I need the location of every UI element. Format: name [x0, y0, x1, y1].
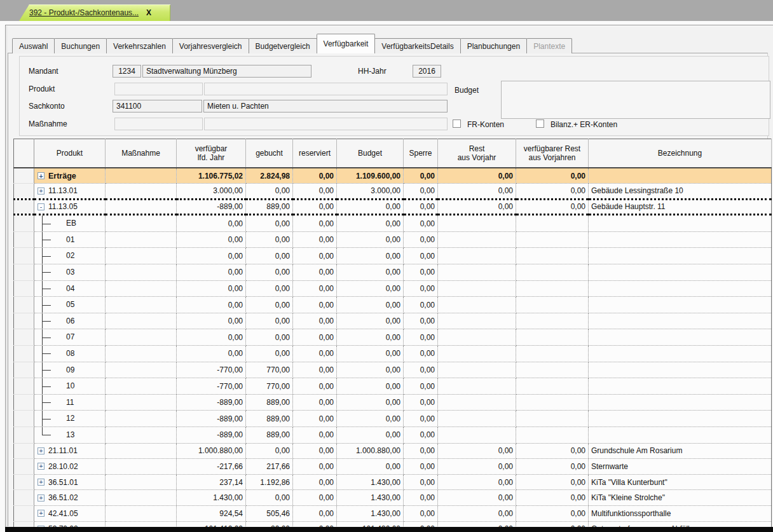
tab-verfügbarkeitsdetails[interactable]: VerfügbarkeitsDetails — [374, 38, 460, 53]
cell-bezeichnung[interactable] — [589, 280, 772, 297]
produkt-cell[interactable]: 07 — [34, 329, 106, 346]
cell-verf_rest[interactable] — [516, 280, 589, 297]
cell-gebucht[interactable]: 217,66 — [246, 459, 293, 475]
cell-gebucht[interactable]: 0,00 — [246, 248, 293, 264]
cell-reserviert[interactable]: 0,00 — [293, 474, 337, 490]
row-selector-cell[interactable] — [14, 297, 34, 313]
cell-massnahme[interactable] — [106, 231, 177, 248]
cell-sperre[interactable]: 0,00 — [404, 248, 438, 264]
cell-gebucht[interactable]: 2.824,98 — [246, 168, 293, 184]
row-selector-cell[interactable] — [14, 490, 34, 506]
cell-budget[interactable]: 1.430,00 — [337, 474, 404, 490]
cell-verf_rest[interactable] — [516, 231, 589, 248]
cell-verf_rest[interactable]: 0,00 — [516, 490, 589, 506]
cell-massnahme[interactable] — [106, 184, 177, 200]
cell-reserviert[interactable]: 0,00 — [293, 329, 337, 346]
expand-icon[interactable]: + — [38, 188, 44, 194]
cell-verfuegbar[interactable]: 237,14 — [177, 474, 246, 490]
expand-icon[interactable]: + — [38, 494, 44, 501]
cell-budget[interactable]: 0,00 — [337, 362, 404, 378]
cell-gebucht[interactable]: 0,00 — [246, 297, 293, 313]
produkt-cell[interactable]: 09 — [34, 362, 106, 378]
cell-rest[interactable]: 0,00 — [438, 474, 516, 490]
budget-field[interactable] — [501, 81, 770, 119]
cell-verf_rest[interactable]: 0,00 — [516, 199, 589, 215]
cell-reserviert[interactable]: 0,00 — [293, 199, 337, 215]
cell-sperre[interactable]: 0,00 — [404, 378, 438, 395]
cell-gebucht[interactable]: 0,00 — [246, 313, 293, 329]
cell-verf_rest[interactable] — [516, 411, 589, 427]
cell-verfuegbar[interactable]: -770,00 — [177, 378, 246, 395]
cell-budget[interactable]: 0,00 — [337, 280, 404, 297]
expand-icon[interactable]: + — [38, 447, 44, 454]
cell-rest[interactable] — [438, 280, 516, 297]
cell-reserviert[interactable]: 0,00 — [293, 231, 337, 248]
cell-bezeichnung[interactable]: KiTa "Kleine Strolche" — [589, 490, 772, 506]
tab-auswahl[interactable]: Auswahl — [12, 38, 55, 53]
cell-verf_rest[interactable]: 0,00 — [516, 459, 589, 475]
cell-gebucht[interactable]: 0,00 — [246, 443, 293, 459]
cell-sperre[interactable]: 0,00 — [404, 427, 438, 444]
cell-verf_rest[interactable]: 0,00 — [516, 443, 589, 459]
produkt-cell[interactable]: +36.51.01 — [34, 474, 106, 490]
cell-rest[interactable]: 0,00 — [438, 184, 516, 200]
cell-sperre[interactable]: 0,00 — [404, 264, 438, 281]
produkt-cell[interactable]: 02 — [34, 248, 106, 264]
massnahme-name-field[interactable] — [204, 118, 448, 130]
produkt-name-field[interactable] — [204, 83, 448, 95]
cell-massnahme[interactable] — [106, 443, 177, 459]
cell-reserviert[interactable]: 0,00 — [293, 427, 337, 444]
expand-icon[interactable]: + — [38, 463, 44, 470]
row-selector-cell[interactable] — [14, 411, 34, 427]
cell-bezeichnung[interactable] — [589, 378, 772, 395]
column-header-rest[interactable]: Rest aus Vorjahr — [438, 139, 516, 168]
cell-reserviert[interactable]: 0,00 — [293, 490, 337, 506]
cell-gebucht[interactable]: 0,00 — [246, 329, 293, 346]
cell-budget[interactable]: 0,00 — [337, 346, 404, 362]
cell-reserviert[interactable]: 0,00 — [293, 184, 337, 200]
cell-reserviert[interactable]: 0,00 — [293, 378, 337, 395]
column-header-budget[interactable]: Budget — [337, 139, 404, 168]
column-header-verfuegbar[interactable]: verfügbar lfd. Jahr — [177, 139, 246, 168]
cell-budget[interactable]: 1.000.880,00 — [337, 443, 404, 459]
cell-massnahme[interactable] — [106, 411, 177, 427]
cell-verfuegbar[interactable]: 0,00 — [177, 248, 246, 264]
tab-budgetvergleich[interactable]: Budgetvergleich — [249, 38, 317, 53]
cell-sperre[interactable]: 0,00 — [404, 411, 438, 427]
cell-reserviert[interactable]: 0,00 — [293, 505, 337, 521]
cell-verf_rest[interactable] — [516, 215, 589, 232]
cell-rest[interactable]: 0,00 — [438, 490, 516, 506]
cell-reserviert[interactable]: 0,00 — [293, 248, 337, 264]
cell-reserviert[interactable]: 0,00 — [293, 459, 337, 475]
row-selector-cell[interactable] — [14, 329, 34, 346]
produkt-cell[interactable]: 04 — [34, 280, 106, 297]
expand-icon[interactable]: + — [38, 510, 44, 517]
cell-sperre[interactable]: 0,00 — [404, 280, 438, 297]
cell-verfuegbar[interactable]: -217,66 — [177, 459, 246, 475]
cell-massnahme[interactable] — [106, 362, 177, 378]
cell-rest[interactable] — [438, 215, 516, 232]
produkt-cell[interactable]: -11.13.05 — [34, 199, 106, 215]
cell-budget[interactable]: 3.000,00 — [337, 184, 404, 200]
cell-sperre[interactable]: 0,00 — [404, 459, 438, 475]
row-selector-cell[interactable] — [14, 394, 34, 411]
cell-gebucht[interactable]: 0,00 — [246, 280, 293, 297]
column-header-bezeichnung[interactable]: Bezeichnung — [589, 139, 772, 168]
tab-buchungen[interactable]: Buchungen — [54, 38, 107, 53]
cell-gebucht[interactable]: 505,46 — [246, 505, 293, 521]
cell-massnahme[interactable] — [106, 427, 177, 444]
row-selector-cell[interactable] — [14, 264, 34, 281]
cell-budget[interactable]: 0,00 — [337, 215, 404, 232]
cell-bezeichnung[interactable]: Sternwarte — [589, 459, 772, 475]
cell-budget[interactable]: 0,00 — [337, 329, 404, 346]
cell-verf_rest[interactable] — [516, 346, 589, 362]
cell-verf_rest[interactable]: 0,00 — [516, 505, 589, 521]
cell-gebucht[interactable]: 1.192,86 — [246, 474, 293, 490]
produkt-cell[interactable]: +21.11.01 — [34, 443, 106, 459]
cell-rest[interactable] — [438, 362, 516, 378]
row-selector-cell[interactable] — [14, 199, 34, 215]
produkt-cell[interactable]: 12 — [34, 411, 106, 427]
cell-verfuegbar[interactable]: 1.106.775,02 — [177, 168, 246, 184]
cell-gebucht[interactable]: 770,00 — [246, 362, 293, 378]
cell-sperre[interactable]: 0,00 — [404, 215, 438, 232]
